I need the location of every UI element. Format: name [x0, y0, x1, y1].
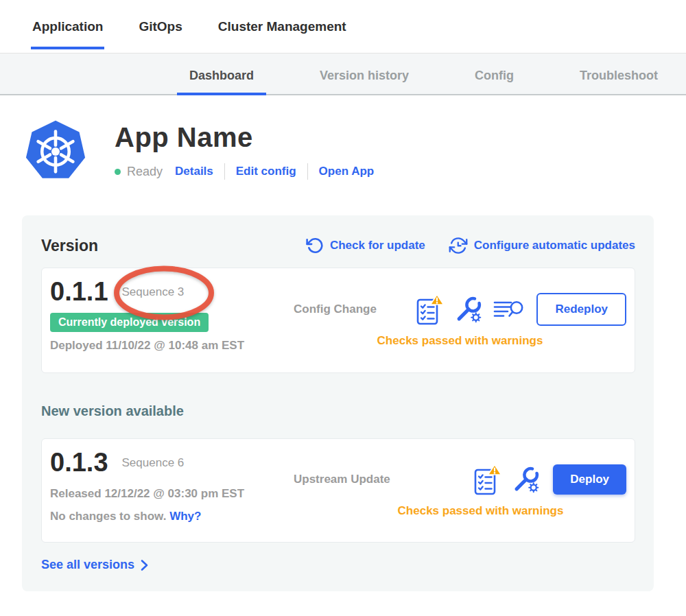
preflight-checks-icon[interactable] — [416, 294, 445, 326]
divider — [307, 163, 308, 180]
refresh-icon — [306, 237, 324, 254]
checks-status-link[interactable]: Checks passed with warnings — [294, 504, 626, 518]
no-changes-text: No changes to show. — [50, 510, 166, 523]
new-version-heading: New version available — [41, 403, 635, 419]
checks-status-link[interactable]: Checks passed with warnings — [294, 334, 626, 348]
version-source-label: Config Change — [294, 303, 377, 316]
current-version-number: 0.1.1 — [50, 278, 108, 307]
status-badge: Ready — [127, 165, 163, 179]
deployed-timestamp: Deployed 11/10/22 @ 10:48 am EST — [50, 339, 294, 353]
status-dot-icon — [115, 169, 121, 175]
nav-item-application[interactable]: Application — [31, 14, 104, 49]
open-app-link[interactable]: Open App — [319, 165, 375, 178]
details-link[interactable]: Details — [175, 165, 213, 178]
version-source-label: Upstream Update — [294, 473, 390, 486]
new-version-card: 0.1.3 Sequence 6 Released 12/12/22 @ 03:… — [41, 438, 635, 543]
currently-deployed-badge: Currently deployed version — [50, 313, 209, 332]
primary-nav: Application GitOps Cluster Management — [0, 0, 686, 53]
edit-config-link[interactable]: Edit config — [236, 165, 296, 178]
view-diff-icon[interactable] — [493, 298, 524, 322]
edit-config-wrench-icon[interactable] — [455, 296, 483, 324]
configure-automatic-updates-button[interactable]: Configure automatic updates — [449, 236, 635, 255]
page-title: App Name — [115, 122, 374, 153]
status-row: Ready Details Edit config Open App — [115, 163, 374, 180]
version-panel: Version Check for update — [22, 215, 654, 591]
released-timestamp: Released 12/12/22 @ 03:30 pm EST — [50, 487, 294, 501]
nav-item-gitops[interactable]: GitOps — [137, 14, 183, 49]
new-sequence-label: Sequence 6 — [122, 456, 185, 470]
version-section-title: Version — [41, 237, 98, 255]
edit-config-wrench-icon[interactable] — [512, 466, 541, 494]
current-sequence-label: Sequence 3 — [122, 285, 185, 299]
secondary-nav: Dashboard Version history Config Trouble… — [0, 53, 686, 95]
tab-version-history[interactable]: Version history — [307, 69, 421, 95]
new-version-number: 0.1.3 — [50, 449, 108, 477]
chevron-right-icon — [140, 559, 149, 571]
tab-config[interactable]: Config — [462, 69, 526, 95]
redeploy-button[interactable]: Redeploy — [536, 293, 626, 326]
why-link[interactable]: Why? — [169, 510, 201, 523]
tab-troubleshoot[interactable]: Troubleshoot — [567, 69, 670, 95]
current-version-card: 0.1.1 Sequence 3 Currently deployed vers… — [41, 268, 635, 373]
nav-item-cluster-management[interactable]: Cluster Management — [217, 14, 348, 49]
divider — [224, 163, 225, 180]
see-all-versions-link[interactable]: See all versions — [41, 558, 149, 572]
tab-dashboard[interactable]: Dashboard — [177, 69, 266, 95]
app-header: App Name Ready Details Edit config Open … — [24, 119, 686, 182]
check-for-update-button[interactable]: Check for update — [306, 236, 425, 255]
preflight-checks-icon[interactable] — [473, 464, 502, 496]
deploy-button[interactable]: Deploy — [553, 464, 626, 495]
scheduled-update-icon — [449, 236, 468, 255]
kubernetes-logo-icon — [24, 119, 87, 182]
